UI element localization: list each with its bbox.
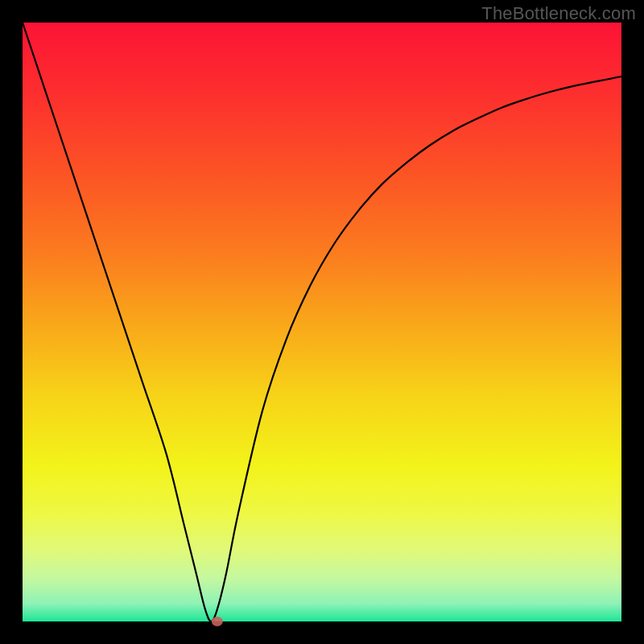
optimal-point-marker <box>212 617 223 626</box>
bottleneck-curve-chart <box>0 0 644 644</box>
chart-container: TheBottleneck.com <box>0 0 644 644</box>
chart-gradient-background <box>23 23 621 621</box>
attribution-label: TheBottleneck.com <box>481 3 636 24</box>
